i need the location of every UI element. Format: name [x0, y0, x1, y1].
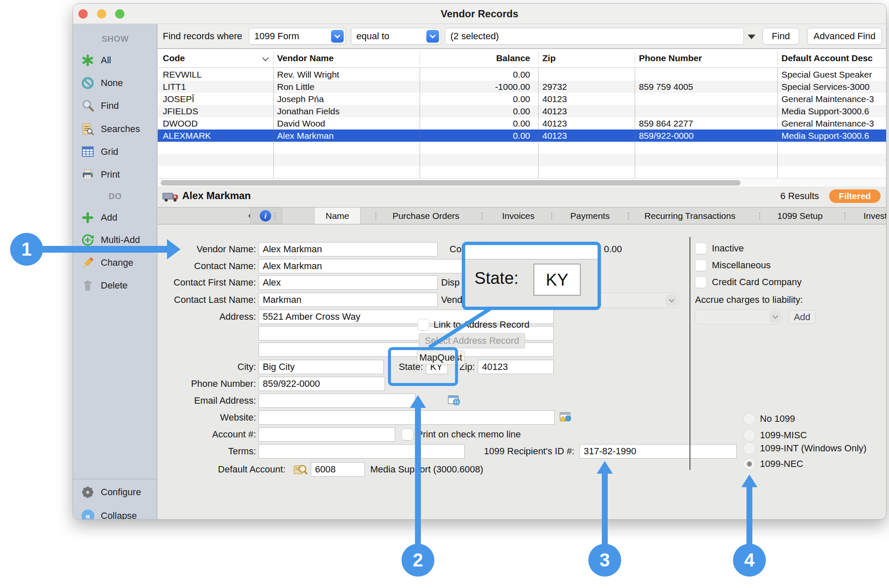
tab-name[interactable]: Name — [314, 208, 361, 224]
state-callout: State: KY — [462, 242, 601, 310]
1099-misc-radio[interactable] — [743, 429, 756, 442]
vendor-table: Code Vendor Name Balance Zip Phone Numbe… — [158, 49, 886, 186]
grid-icon — [81, 145, 95, 159]
find-value-field[interactable]: (2 selected) — [445, 28, 744, 45]
tab-grip-icon: ⋮ — [756, 208, 764, 224]
tab-1099-setup[interactable]: 1099 Setup — [768, 208, 832, 224]
header-col-divider — [273, 51, 274, 65]
tab-purchase-orders[interactable]: Purchase Orders — [385, 208, 466, 224]
scrollbar-thumb[interactable] — [161, 180, 741, 186]
sidebar-item-searches[interactable]: Searches — [73, 122, 157, 136]
annotation-arrow-2-line — [415, 407, 421, 544]
liability-account-popup[interactable] — [695, 309, 783, 324]
col-divider — [635, 68, 635, 178]
annotation-marker-1: 1 — [10, 233, 43, 266]
header-col-divider — [777, 51, 778, 65]
phone-number-field[interactable]: 859/922-0000 — [259, 377, 385, 391]
sidebar-item-collapse[interactable]: « Collapse — [73, 509, 157, 520]
find-value-dropdown-icon[interactable] — [748, 35, 755, 39]
account-lookup-icon[interactable] — [293, 463, 307, 477]
collapse-icon: « — [81, 509, 95, 520]
tab-payments[interactable]: Payments — [560, 208, 620, 224]
sidebar-item-find[interactable]: Find — [73, 99, 157, 113]
link-address-checkbox[interactable] — [418, 319, 429, 331]
email-address-field[interactable] — [259, 394, 415, 408]
col-divider — [420, 68, 420, 178]
sidebar-item-configure[interactable]: Configure — [73, 485, 157, 499]
1099-nec-radio-selected[interactable] — [743, 458, 756, 470]
contact-last-name-field[interactable]: Markman — [259, 293, 438, 307]
tab-invoices[interactable]: Invoices — [491, 208, 546, 224]
inactive-label: Inactive — [712, 243, 744, 254]
sidebar-item-add[interactable]: Add — [73, 210, 157, 225]
tab-grip-icon: ⋮ — [548, 208, 556, 224]
header-col-divider — [420, 51, 420, 65]
column-header-balance[interactable]: Balance — [420, 49, 530, 67]
asterisk-icon — [81, 53, 95, 67]
city-field[interactable]: Big City — [259, 360, 384, 374]
column-header-phone[interactable]: Phone Number — [639, 49, 702, 67]
email-icon[interactable] — [448, 395, 461, 408]
column-header-zip[interactable]: Zip — [542, 49, 556, 67]
callout-field-strip — [465, 245, 598, 259]
state-highlight-box — [388, 347, 458, 386]
partial-hidden-label: Co — [450, 242, 461, 256]
results-count: 6 Results — [780, 191, 819, 202]
website-label: Website: — [127, 410, 256, 425]
sidebar-show-header: SHOW — [73, 33, 157, 44]
default-account-field[interactable]: 6008 — [311, 462, 365, 477]
truck-icon — [162, 190, 180, 205]
plus-icon — [81, 210, 95, 225]
partial-hidden-label: Vend — [441, 293, 462, 307]
tab-recurring-transactions[interactable]: Recurring Transactions — [637, 208, 743, 224]
multi-add-icon — [81, 233, 95, 247]
column-header-vendor[interactable]: Vendor Name — [277, 49, 334, 67]
1099-int-radio[interactable] — [743, 442, 756, 455]
find-operator-popup[interactable]: equal to — [351, 28, 441, 45]
record-header: Alex Markman 6 Results Filtered — [158, 186, 886, 207]
annotation-arrow-1-head — [167, 239, 180, 259]
miscellaneous-checkbox[interactable] — [695, 259, 707, 271]
tab-grip-icon: ⋮ — [841, 208, 849, 224]
find-button[interactable]: Find — [762, 28, 799, 45]
print-memo-label: Print on check memo line — [417, 429, 521, 440]
find-field-popup[interactable]: 1099 Form — [249, 28, 346, 45]
sidebar-item-grid[interactable]: Grid — [73, 145, 157, 159]
find-bar-label: Find records where — [163, 28, 242, 45]
col-divider — [538, 68, 539, 178]
sidebar-item-print[interactable]: Print — [73, 167, 157, 182]
terms-field[interactable] — [259, 444, 465, 459]
website-field[interactable] — [259, 410, 555, 425]
find-bar: Find records where 1099 Form equal to (2… — [158, 24, 886, 49]
tab-info[interactable]: i ⋮ — [250, 208, 282, 224]
tab-investments[interactable]: Investments — [854, 208, 886, 224]
add-liability-button[interactable]: Add — [789, 310, 816, 324]
print-memo-checkbox[interactable] — [401, 429, 413, 440]
advanced-find-button[interactable]: Advanced Find — [807, 28, 882, 45]
sort-chevron-icon[interactable] — [262, 55, 269, 62]
credit-card-checkbox[interactable] — [695, 276, 707, 288]
phone-number-label: Phone Number: — [127, 377, 256, 391]
contact-first-name-field[interactable]: Alex — [259, 275, 438, 290]
contact-last-name-label: Contact Last Name: — [127, 293, 256, 307]
column-header-desc[interactable]: Default Account Desc — [781, 49, 873, 67]
sidebar-item-none[interactable]: None — [73, 76, 157, 90]
filtered-badge[interactable]: Filtered — [829, 189, 881, 203]
sidebar-item-label: All — [101, 53, 111, 67]
inactive-checkbox[interactable] — [695, 243, 707, 254]
header-col-divider — [635, 51, 635, 65]
sidebar-item-all[interactable]: All — [73, 53, 157, 67]
account-number-field[interactable] — [259, 427, 395, 442]
vendor-name-field[interactable]: Alex Markman — [259, 242, 438, 256]
vendor-records-app: Vendor Records SHOW All None — [0, 0, 889, 588]
website-icon[interactable] — [559, 412, 572, 425]
horizontal-scrollbar[interactable] — [158, 178, 886, 187]
annotation-arrow-1-line — [41, 246, 167, 253]
popup-chevron-icon — [665, 294, 677, 306]
no-1099-radio[interactable] — [743, 413, 756, 425]
annotation-marker-2: 2 — [401, 544, 434, 577]
recipient-id-field[interactable]: 317-82-1990 — [579, 444, 737, 459]
column-header-code[interactable]: Code — [163, 49, 185, 67]
zip-field[interactable]: 40123 — [478, 360, 554, 374]
sidebar-item-label: Add — [101, 210, 117, 225]
